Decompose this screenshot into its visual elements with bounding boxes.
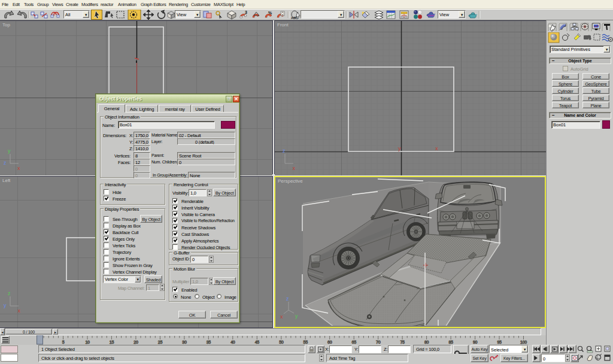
svg-text:Left: Left — [2, 178, 11, 183]
svg-text:y: y — [398, 145, 401, 151]
svg-text:95: 95 — [497, 340, 502, 344]
svg-text:15: 15 — [110, 340, 114, 344]
svg-text:x: x — [18, 308, 21, 314]
svg-text:35: 35 — [207, 340, 211, 344]
svg-text:z: z — [4, 160, 7, 166]
svg-text:z: z — [8, 290, 11, 296]
svg-text:30: 30 — [182, 340, 187, 344]
svg-text:10: 10 — [85, 340, 90, 344]
svg-text:Top: Top — [2, 22, 10, 28]
svg-text:60: 60 — [327, 340, 332, 344]
svg-text:x: x — [293, 165, 296, 171]
svg-text:y: y — [4, 302, 7, 308]
svg-text:Front: Front — [277, 22, 289, 28]
svg-text:z: z — [283, 148, 286, 154]
svg-text:x: x — [280, 314, 283, 320]
svg-text:25: 25 — [158, 340, 163, 344]
svg-text:100: 100 — [520, 340, 527, 344]
svg-text:90: 90 — [473, 340, 478, 344]
svg-text:20: 20 — [133, 340, 138, 344]
svg-text:65: 65 — [352, 340, 357, 344]
svg-text:70: 70 — [376, 340, 381, 344]
svg-text:85: 85 — [449, 340, 454, 344]
svg-text:Perspective: Perspective — [278, 178, 303, 184]
svg-text:80: 80 — [424, 340, 429, 344]
svg-text:x: x — [17, 165, 20, 171]
svg-text:45: 45 — [255, 340, 260, 344]
svg-text:y: y — [295, 313, 298, 319]
svg-text:40: 40 — [230, 340, 235, 344]
svg-text:%: % — [268, 11, 272, 15]
svg-text:3: 3 — [245, 10, 247, 14]
svg-text:5: 5 — [62, 340, 65, 344]
svg-text:50: 50 — [279, 340, 284, 344]
svg-text:x: x — [435, 145, 438, 151]
svg-text:55: 55 — [304, 340, 308, 344]
svg-text:z: z — [286, 296, 289, 302]
svg-text:75: 75 — [400, 340, 405, 344]
svg-text:y: y — [8, 148, 11, 154]
